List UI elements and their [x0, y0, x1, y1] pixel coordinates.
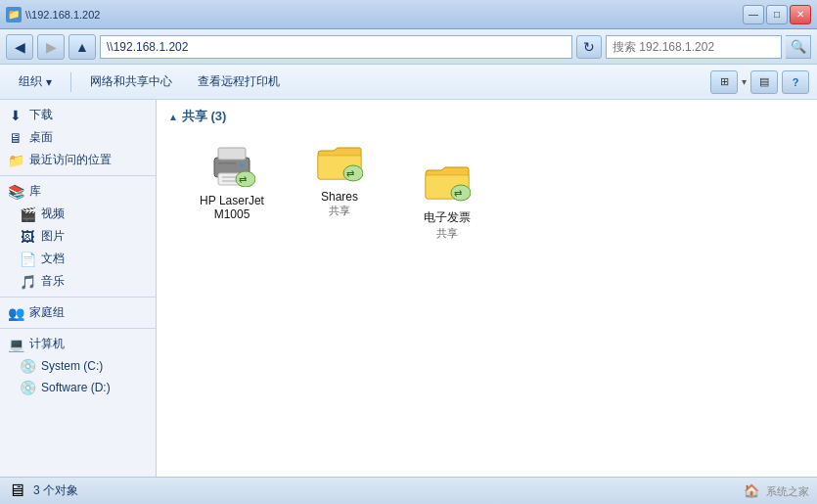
title-controls: — □ ✕ — [743, 5, 811, 24]
file-name: Shares — [321, 190, 358, 204]
view-dropdown-icon: ▾ — [742, 76, 747, 87]
file-subtitle: 共享 — [329, 204, 350, 218]
status-computer-icon: 🖥 — [8, 481, 25, 501]
help-icon: ? — [793, 76, 799, 88]
minimize-button[interactable]: — — [743, 5, 764, 24]
title-bar: 📁 \\192.168.1.202 — □ ✕ — [0, 0, 817, 29]
refresh-icon: ↻ — [583, 39, 595, 55]
sidebar-divider-2 — [0, 297, 156, 298]
address-bar: ◀ ▶ ▲ ↻ 🔍 — [0, 29, 817, 65]
main-container: ⬇ 下载 🖥 桌面 📁 最近访问的位置 📚 库 🎬 视频 🖼 图片 📄 文档 — [0, 100, 817, 477]
content-area: ▲ 共享 (3) — [157, 100, 817, 477]
toolbar-right: ⊞ ▾ ▤ ? — [710, 70, 809, 94]
status-watermark: 🏠 系统之家 — [744, 483, 809, 499]
preview-pane-button[interactable]: ▤ — [750, 70, 778, 94]
sidebar-divider-1 — [0, 175, 156, 176]
svg-text:⇄: ⇄ — [239, 174, 247, 185]
recent-icon: 📁 — [8, 153, 23, 168]
sidebar-label-recent: 最近访问的位置 — [29, 152, 112, 168]
sidebar-item-photo[interactable]: 🖼 图片 — [0, 225, 156, 248]
library-icon: 📚 — [8, 184, 23, 200]
back-icon: ◀ — [15, 39, 25, 55]
svg-rect-1 — [218, 148, 246, 160]
music-icon: 🎵 — [20, 274, 35, 290]
organize-button[interactable]: 组织 ▾ — [8, 69, 63, 95]
sidebar: ⬇ 下载 🖥 桌面 📁 最近访问的位置 📚 库 🎬 视频 🖼 图片 📄 文档 — [0, 100, 157, 477]
search-button[interactable]: 🔍 — [786, 35, 811, 59]
sidebar-item-computer[interactable]: 💻 计算机 — [0, 333, 156, 355]
view-printers-button[interactable]: 查看远程打印机 — [187, 69, 291, 95]
svg-rect-4 — [222, 180, 238, 182]
sidebar-item-document[interactable]: 📄 文档 — [0, 248, 156, 270]
document-icon: 📄 — [20, 252, 35, 267]
svg-text:⇄: ⇄ — [346, 168, 354, 179]
sidebar-item-homegroup[interactable]: 👥 家庭组 — [0, 301, 156, 324]
back-button[interactable]: ◀ — [6, 34, 33, 60]
toolbar-separator-1 — [70, 72, 71, 92]
sidebar-divider-3 — [0, 328, 156, 329]
folder-icon-wrapper: ⇄ — [316, 144, 363, 186]
printer-icon: ⇄ — [208, 144, 255, 187]
up-button[interactable]: ▲ — [68, 34, 96, 60]
systemc-icon: 💿 — [20, 358, 35, 374]
list-item[interactable]: ⇄ 电子发票 共享 — [403, 157, 491, 248]
sidebar-label-softwared: Software (D:) — [41, 381, 111, 394]
toolbar: 组织 ▾ 网络和共享中心 查看远程打印机 ⊞ ▾ ▤ ? — [0, 65, 817, 100]
sidebar-item-systemc[interactable]: 💿 System (C:) — [0, 355, 156, 377]
homegroup-icon: 👥 — [8, 305, 23, 321]
sidebar-label-document: 文档 — [41, 251, 65, 267]
sidebar-item-download[interactable]: ⬇ 下载 — [0, 104, 156, 126]
status-bar: 🖥 3 个对象 🏠 系统之家 — [0, 477, 817, 504]
refresh-button[interactable]: ↻ — [576, 35, 602, 59]
sidebar-label-desktop: 桌面 — [29, 129, 53, 146]
svg-text:⇄: ⇄ — [454, 188, 462, 199]
svg-rect-6 — [218, 162, 236, 164]
file-name: HP LaserJet M1005 — [195, 194, 269, 221]
status-count: 3 个对象 — [33, 482, 78, 499]
organize-label: 组织 — [19, 73, 42, 90]
maximize-button[interactable]: □ — [766, 5, 788, 24]
forward-button[interactable]: ▶ — [37, 34, 65, 60]
computer-icon: 💻 — [8, 337, 23, 352]
sidebar-item-video[interactable]: 🎬 视频 — [0, 203, 156, 225]
list-item[interactable]: ⇄ Shares 共享 — [295, 137, 384, 248]
sidebar-label-music: 音乐 — [41, 273, 65, 290]
sidebar-label-library: 库 — [29, 183, 41, 200]
file-subtitle: 共享 — [436, 226, 458, 241]
window-title: \\192.168.1.202 — [25, 9, 100, 21]
sidebar-item-recent[interactable]: 📁 最近访问的位置 — [0, 149, 156, 171]
list-item[interactable]: ⇄ HP LaserJet M1005 — [188, 137, 276, 248]
section-title: 共享 (3) — [182, 108, 227, 125]
section-header: ▲ 共享 (3) — [168, 108, 805, 125]
folder2-icon: ⇄ — [424, 163, 471, 203]
sidebar-label-download: 下载 — [29, 107, 53, 123]
section-arrow: ▲ — [168, 112, 178, 122]
watermark-text: 🏠 — [744, 483, 759, 498]
view-toggle-button[interactable]: ⊞ — [710, 70, 738, 94]
view-printers-label: 查看远程打印机 — [198, 73, 280, 90]
sidebar-item-softwared[interactable]: 💿 Software (D:) — [0, 377, 156, 398]
close-button[interactable]: ✕ — [790, 5, 811, 24]
preview-icon: ▤ — [759, 75, 769, 88]
folder2-icon-wrapper: ⇄ — [424, 163, 471, 206]
file-name: 电子发票 — [424, 209, 471, 226]
sidebar-item-library[interactable]: 📚 库 — [0, 180, 156, 203]
video-icon: 🎬 — [20, 206, 35, 222]
sidebar-label-systemc: System (C:) — [41, 359, 103, 373]
sidebar-item-music[interactable]: 🎵 音乐 — [0, 270, 156, 293]
desktop-icon: 🖥 — [8, 130, 23, 146]
view-grid-icon: ⊞ — [720, 75, 729, 88]
network-share-button[interactable]: 网络和共享中心 — [79, 69, 183, 95]
search-icon: 🔍 — [791, 39, 806, 54]
network-share-label: 网络和共享中心 — [90, 73, 172, 90]
up-icon: ▲ — [75, 39, 89, 55]
search-input[interactable] — [606, 35, 782, 59]
photo-icon: 🖼 — [20, 229, 35, 245]
svg-point-5 — [240, 163, 244, 167]
sidebar-item-desktop[interactable]: 🖥 桌面 — [0, 126, 156, 149]
help-button[interactable]: ? — [782, 70, 809, 94]
download-icon: ⬇ — [8, 108, 23, 123]
items-grid: ⇄ HP LaserJet M1005 ⇄ — [168, 137, 805, 248]
address-input[interactable] — [100, 35, 572, 59]
organize-dropdown-icon: ▾ — [46, 75, 52, 89]
